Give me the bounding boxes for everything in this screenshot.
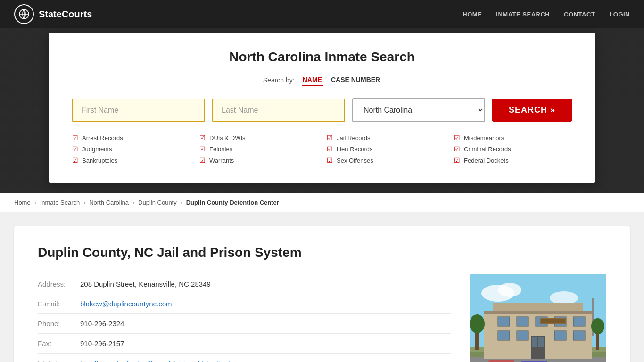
phone-value: 910-296-2324 [80, 320, 124, 328]
checkbox-judgments: ☑ Judgments [72, 145, 190, 153]
facility-image [470, 274, 606, 362]
address-label: Address: [38, 280, 80, 288]
last-name-input[interactable] [212, 99, 345, 122]
svg-rect-13 [498, 317, 510, 326]
check-icon: ☑ [327, 156, 333, 164]
checkbox-label: Federal Dockets [464, 157, 509, 164]
info-row-phone: Phone: 910-296-2324 [38, 314, 451, 334]
checkbox-label: Warrants [209, 157, 234, 164]
checkbox-warrants: ☑ Warrants [199, 156, 317, 164]
header: COURTHOUSE StateCourts HOME INMATE SEARC… [0, 0, 644, 193]
checkbox-felonies: ☑ Felonies [199, 145, 317, 153]
checkbox-label: Judgments [82, 146, 112, 153]
breadcrumb-north-carolina[interactable]: North Carolina [89, 199, 129, 206]
nav-home[interactable]: HOME [462, 11, 482, 18]
info-section: Address: 208 Duplin Street, Kenansville,… [38, 274, 606, 362]
checkbox-label: Lien Records [337, 146, 373, 153]
checkbox-bankruptcies: ☑ Bankruptcies [72, 156, 190, 164]
svg-rect-23 [532, 337, 537, 347]
navigation: StateCourts HOME INMATE SEARCH CONTACT L… [0, 0, 644, 28]
checkbox-label: Jail Records [337, 134, 371, 141]
checkbox-sex-offenses: ☑ Sex Offenses [327, 156, 445, 164]
fax-value: 910-296-2157 [80, 339, 124, 347]
svg-rect-12 [484, 311, 592, 314]
search-button[interactable]: SEARCH » [492, 99, 572, 122]
check-icon: ☑ [199, 156, 206, 164]
logo-area: StateCourts [14, 4, 462, 24]
state-select[interactable]: North Carolina Alabama Alaska Arizona Ca… [352, 98, 485, 122]
svg-point-31 [591, 318, 604, 334]
search-modal: North Carolina Inmate Search Search by: … [49, 33, 595, 183]
checkbox-duis-dwis: ☑ DUIs & DWIs [199, 134, 317, 141]
checkbox-lien-records: ☑ Lien Records [327, 145, 445, 153]
checkbox-arrest-records: ☑ Arrest Records [72, 134, 190, 141]
email-label: E-mail: [38, 300, 80, 308]
check-icon: ☑ [72, 145, 78, 153]
nav-inmate-search[interactable]: INMATE SEARCH [496, 11, 550, 18]
svg-point-6 [550, 291, 578, 304]
breadcrumb-current: Duplin County Detention Center [186, 199, 279, 206]
breadcrumb-sep: › [83, 199, 85, 206]
search-inputs-row: North Carolina Alabama Alaska Arizona Ca… [72, 98, 572, 122]
site-name: StateCourts [39, 9, 92, 20]
check-icon: ☑ [199, 134, 206, 141]
breadcrumb: Home › Inmate Search › North Carolina › … [0, 193, 644, 212]
check-icon: ☑ [327, 145, 333, 153]
info-row-fax: Fax: 910-296-2157 [38, 334, 451, 354]
address-value: 208 Duplin Street, Kenansville, NC 28349 [80, 280, 211, 288]
checkbox-jail-records: ☑ Jail Records [327, 134, 445, 141]
svg-rect-21 [573, 331, 585, 340]
check-icon: ☑ [72, 156, 78, 164]
svg-rect-19 [517, 331, 528, 340]
breadcrumb-home[interactable]: Home [14, 199, 31, 206]
checkbox-label: Misdemeanors [464, 134, 504, 141]
svg-rect-26 [541, 319, 565, 323]
breadcrumb-inmate-search[interactable]: Inmate Search [40, 199, 80, 206]
nav-contact[interactable]: CONTACT [564, 11, 595, 18]
svg-point-29 [470, 314, 485, 333]
breadcrumb-duplin-county[interactable]: Duplin County [138, 199, 177, 206]
tab-name[interactable]: NAME [302, 74, 323, 86]
search-by-row: Search by: NAME CASE NUMBER [72, 74, 572, 86]
info-row-website: Website: http://www.duplinsheriff.com/di… [38, 354, 451, 362]
checkbox-label: Arrest Records [82, 134, 123, 141]
checkbox-label: Criminal Records [464, 146, 511, 153]
check-icon: ☑ [327, 134, 333, 141]
check-icon: ☑ [454, 145, 460, 153]
svg-rect-14 [517, 317, 528, 326]
svg-rect-17 [573, 317, 585, 326]
breadcrumb-sep: › [132, 199, 134, 206]
modal-title: North Carolina Inmate Search [72, 49, 572, 65]
check-icon: ☑ [454, 134, 460, 141]
info-table: Address: 208 Duplin Street, Kenansville,… [38, 274, 451, 362]
logo-icon [14, 4, 34, 24]
fax-label: Fax: [38, 339, 80, 347]
breadcrumb-sep: › [181, 199, 182, 206]
checkbox-federal-dockets: ☑ Federal Dockets [454, 156, 572, 164]
svg-rect-18 [498, 331, 510, 340]
main-content: Duplin County, NC Jail and Prison System… [0, 212, 644, 362]
checkbox-label: Felonies [209, 146, 232, 153]
nav-links: HOME INMATE SEARCH CONTACT LOGIN [462, 11, 630, 18]
svg-point-5 [498, 283, 521, 297]
check-icon: ☑ [454, 156, 460, 164]
first-name-input[interactable] [72, 99, 205, 122]
checkbox-label: DUIs & DWIs [209, 134, 246, 141]
tab-case-number[interactable]: CASE NUMBER [330, 74, 381, 86]
checkboxes-grid: ☑ Arrest Records ☑ DUIs & DWIs ☑ Jail Re… [72, 134, 572, 164]
check-icon: ☑ [72, 134, 78, 141]
check-icon: ☑ [199, 145, 206, 153]
facility-title: Duplin County, NC Jail and Prison System [38, 245, 606, 260]
website-label: Website: [38, 359, 80, 362]
info-row-email: E-mail: blakew@duplincountync.com [38, 294, 451, 314]
checkbox-criminal-records: ☑ Criminal Records [454, 145, 572, 153]
email-link[interactable]: blakew@duplincountync.com [80, 300, 172, 308]
checkbox-label: Sex Offenses [337, 157, 373, 164]
breadcrumb-sep: › [34, 199, 36, 206]
content-card: Duplin County, NC Jail and Prison System… [14, 226, 630, 362]
checkbox-misdemeanors: ☑ Misdemeanors [454, 134, 572, 141]
nav-login[interactable]: LOGIN [609, 11, 630, 18]
phone-label: Phone: [38, 320, 80, 328]
website-link[interactable]: http://www.duplinsheriff.com/divisions/d… [80, 359, 230, 362]
checkbox-label: Bankruptcies [82, 157, 117, 164]
